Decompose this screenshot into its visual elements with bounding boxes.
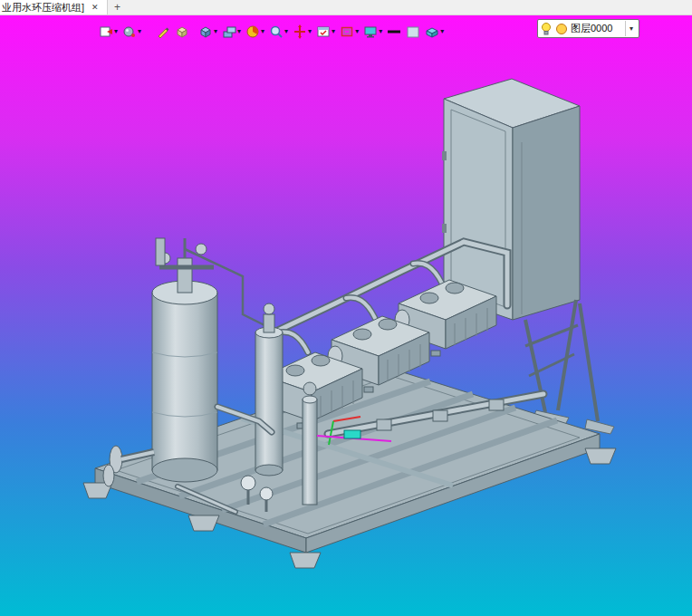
- model-3d[interactable]: [0, 15, 692, 616]
- color-pie-icon: [245, 24, 260, 39]
- surface-icon: [425, 24, 439, 39]
- viewport-icon: [316, 24, 331, 39]
- material-render-button[interactable]: ▾: [121, 24, 142, 40]
- frame-icon: [340, 24, 354, 39]
- chevron-down-icon: ▾: [379, 28, 382, 35]
- frame-button[interactable]: ▾: [339, 24, 360, 40]
- model-svg[interactable]: [0, 15, 692, 616]
- chevron-down-icon: ▾: [114, 28, 118, 35]
- layers-button[interactable]: ▾: [221, 24, 242, 40]
- box-yellow-button[interactable]: [174, 24, 190, 40]
- viewport-canvas[interactable]: ▾ ▾: [0, 15, 692, 616]
- viewport-button[interactable]: ▾: [315, 24, 336, 40]
- tab-bar: 业用水环压缩机组] ✕ +: [0, 0, 692, 15]
- layers-icon: [222, 24, 236, 39]
- cube-blue-button[interactable]: ▾: [197, 24, 218, 40]
- new-tab-button[interactable]: +: [108, 0, 128, 14]
- layer-combo-value: 图层0000: [571, 22, 622, 35]
- cabinet-stand[interactable]: [525, 300, 614, 434]
- layer-color-icon: [555, 23, 568, 35]
- surface-button[interactable]: ▾: [424, 24, 445, 40]
- new-window-button[interactable]: ▾: [98, 24, 119, 40]
- zoom-icon: [269, 24, 284, 39]
- chevron-down-icon: ▾: [355, 28, 359, 35]
- document-tab[interactable]: 业用水环压缩机组] ✕: [0, 0, 108, 14]
- tab-title: 业用水环压缩机组]: [2, 1, 84, 14]
- zoom-button[interactable]: ▾: [268, 24, 289, 40]
- riser-column[interactable]: [303, 382, 317, 505]
- chevron-down-icon: ▾: [332, 28, 335, 35]
- light-bulb-icon: [540, 22, 553, 36]
- main-toolbar: ▾ ▾: [98, 21, 447, 43]
- close-icon[interactable]: ✕: [90, 3, 101, 12]
- chevron-down-icon: ▾: [284, 28, 288, 35]
- chevron-down-icon: ▾: [261, 28, 264, 35]
- line-width-icon: [387, 24, 401, 39]
- chevron-down-icon: ▾: [308, 28, 312, 35]
- box-yellow-icon: [175, 24, 189, 39]
- color-pie-button[interactable]: ▾: [245, 24, 265, 40]
- pencil-icon: [156, 24, 170, 39]
- display-icon: [363, 24, 378, 39]
- layer-combo[interactable]: 图层0000 ▾: [537, 19, 639, 38]
- chevron-down-icon: ▾: [237, 28, 241, 35]
- display-button[interactable]: ▾: [362, 24, 383, 40]
- filter-vessel[interactable]: [255, 303, 283, 476]
- pan-button[interactable]: ▾: [292, 24, 312, 40]
- pan-icon: [293, 24, 307, 39]
- cube-blue-icon: [198, 24, 213, 39]
- chevron-down-icon[interactable]: ▾: [625, 21, 637, 36]
- line-width-button[interactable]: [386, 24, 402, 40]
- plane-icon: [406, 24, 420, 39]
- chevron-down-icon: ▾: [138, 28, 141, 35]
- pencil-button[interactable]: [155, 24, 171, 40]
- material-render-icon: [122, 24, 137, 39]
- chevron-down-icon: ▾: [440, 28, 444, 35]
- chevron-down-icon: ▾: [214, 28, 217, 35]
- new-window-icon: [99, 24, 113, 39]
- plane-button[interactable]: [405, 24, 421, 40]
